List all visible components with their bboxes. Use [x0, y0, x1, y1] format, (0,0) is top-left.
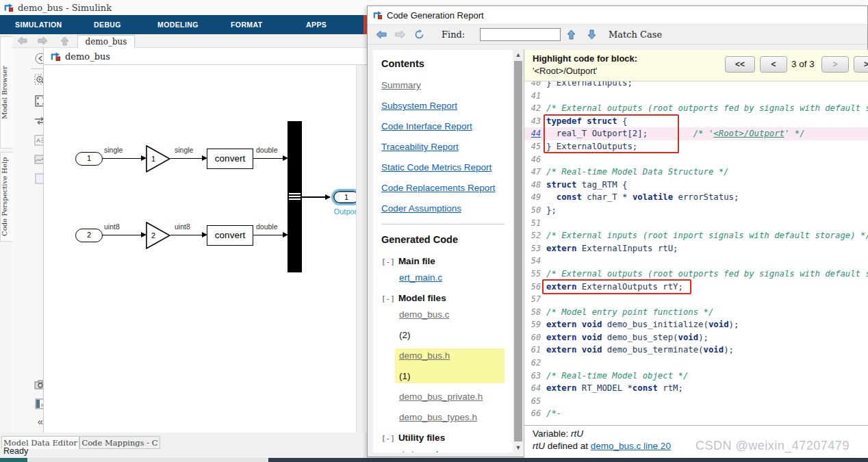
report-forward-icon[interactable]	[395, 30, 406, 39]
sidebar-tab-code-perspective-help[interactable]: Code Perspective Help	[0, 152, 12, 242]
convert-block-1[interactable]: convert	[207, 149, 253, 169]
code-line-56: 56extern ExternalOutputs rtY;	[524, 281, 868, 294]
signal-label: single	[104, 146, 123, 154]
file-row: rtwtypes.h	[399, 449, 513, 452]
breadcrumb-model-icon	[51, 51, 61, 62]
line-number-link[interactable]: 44	[524, 127, 541, 140]
file-link-rtwtypes-h[interactable]: rtwtypes.h	[399, 449, 513, 452]
group-toggle-icon[interactable]: [-]	[381, 294, 395, 303]
contents-link-code-interface-report[interactable]: Code Interface Report	[381, 121, 513, 131]
contents-scrollbar[interactable]: ▲ ▼	[513, 50, 524, 452]
toolstrip-tab-simulation[interactable]: SIMULATION	[15, 15, 62, 34]
file-link-demo_bus_types-h[interactable]: demo_bus_types.h	[399, 412, 513, 422]
traceability-link[interactable]: <Root>/Outport	[713, 129, 784, 138]
code-text: /* External outputs (root outports fed b…	[546, 268, 868, 281]
code-line-59: 59extern void demo_bus_initialize(void);	[524, 318, 868, 331]
inport-block-1[interactable]: 1	[75, 152, 103, 166]
breadcrumb-model-name[interactable]: demo_bus	[65, 51, 110, 62]
scroll-down-icon[interactable]: ▼	[513, 443, 524, 452]
nav-button-first[interactable]: <<	[725, 56, 755, 73]
nav-position-text: 3 of 3	[791, 59, 815, 69]
line-number: 63	[524, 370, 541, 383]
code-line-48: 48struct tag_RTM {	[524, 179, 868, 192]
highlight-header-block: '<Root>/Outport'	[533, 66, 598, 76]
group-toggle-icon[interactable]: [-]	[381, 434, 395, 443]
canvas-tool-column: A «	[12, 48, 44, 433]
find-previous-icon[interactable]	[567, 29, 576, 40]
report-titlebar[interactable]: Code Generation Report	[368, 6, 867, 25]
code-line-47: 47/* Real-time Model Data Structure */	[524, 166, 868, 179]
report-back-icon[interactable]	[376, 30, 387, 39]
group-label: Main file	[398, 256, 435, 266]
nav-button-prev[interactable]: <	[760, 56, 787, 73]
file-row: demo_bus.h (1)	[399, 348, 513, 383]
toolstrip-tab-apps[interactable]: APPS	[306, 15, 327, 34]
code-line-41: 41	[524, 90, 868, 103]
find-next-icon[interactable]	[587, 29, 596, 40]
wire	[103, 158, 142, 159]
code-area: 40} ExternalInputs;4142/* External outpu…	[524, 81, 868, 425]
line-number: 64	[524, 382, 541, 395]
definition-link[interactable]: demo_bus.c line 20	[591, 441, 671, 451]
contents-link-traceability-report[interactable]: Traceability Report	[381, 142, 513, 152]
model-canvas[interactable]: 1 single 1 single convert double 2 uint8…	[44, 65, 367, 433]
contents-link-subsystem-report[interactable]: Subsystem Report	[381, 101, 513, 111]
toolstrip-tab-format[interactable]: FORMAT	[231, 15, 263, 34]
find-input[interactable]	[480, 28, 561, 41]
file-link-demo_bus_private-h[interactable]: demo_bus_private.h	[399, 392, 513, 402]
gain-block-2[interactable]: 2	[146, 222, 170, 249]
toolstrip-tab-debug[interactable]: DEBUG	[94, 15, 121, 34]
nav-button-last[interactable]: >>	[854, 56, 868, 73]
nav-forward-icon[interactable]	[38, 36, 48, 45]
code-text: const char_T * volatile errorStatus;	[546, 191, 739, 204]
scroll-up-icon[interactable]: ▲	[513, 50, 524, 60]
line-number: 55	[524, 268, 541, 281]
variable-name: rtU	[571, 428, 583, 439]
contents-link-coder-assumptions[interactable]: Coder Assumptions	[381, 203, 513, 214]
line-number: 56	[524, 281, 541, 294]
code-line-49: 49 const char_T * volatile errorStatus;	[524, 191, 868, 204]
simulink-nav-row	[0, 34, 367, 48]
sidebar-tab-model-browser[interactable]: Model Browser	[0, 36, 12, 149]
code-line-61: 61extern void demo_bus_terminate(void);	[524, 344, 868, 357]
line-number: 52	[524, 229, 541, 242]
file-link-demo_bus-h[interactable]: demo_bus.h	[399, 350, 500, 361]
report-refresh-icon[interactable]	[414, 29, 424, 40]
contents-link-static-code-metrics-report[interactable]: Static Code Metrics Report	[381, 162, 513, 172]
inport-1-number: 1	[87, 154, 91, 162]
file-link-ert_main-c[interactable]: ert_main.c	[399, 272, 513, 283]
code-text: /* Model entry point functions */	[546, 306, 713, 319]
signal-label: double	[256, 146, 278, 154]
taskbar-strip-left	[0, 458, 27, 462]
code-text: } ExternalInputs;	[546, 81, 633, 90]
code-line-62: 62	[524, 357, 868, 370]
file-group-main-file: [-]Main file	[381, 256, 513, 266]
code-text: /* External outputs (root outports fed b…	[546, 102, 868, 115]
scrollbar-thumb[interactable]	[514, 61, 522, 441]
match-case-label[interactable]: Match Case	[609, 29, 662, 40]
convert-block-2[interactable]: convert	[207, 225, 253, 246]
gain-block-1[interactable]: 1	[146, 145, 170, 172]
nav-up-icon[interactable]	[60, 36, 69, 46]
status-tab-code-mappings[interactable]: Code Mappings - C	[79, 436, 160, 449]
code-text: extern ExternalOutputs rtY;	[546, 281, 683, 294]
inport-block-2[interactable]: 2	[75, 229, 103, 242]
highlight-header: Highlight code for block: '<Root>/Outpor…	[524, 50, 868, 81]
code-line-57: 57	[524, 293, 868, 306]
contents-link-summary[interactable]: Summary	[381, 80, 513, 90]
nav-back-icon[interactable]	[17, 36, 27, 45]
toolstrip-tab-modeling[interactable]: MODELING	[157, 15, 199, 34]
contents-link-code-replacements-report[interactable]: Code Replacements Report	[381, 183, 513, 193]
model-document-tab[interactable]: demo_bus	[77, 35, 135, 48]
line-number: 59	[524, 318, 541, 331]
nav-button-next[interactable]: >	[821, 56, 849, 73]
canvas-vertical-scrollbar[interactable]	[356, 65, 366, 433]
code-text: typedef struct {	[546, 115, 627, 128]
code-text: real_T Outport[2]; /* '<Root>/Outport' *…	[546, 127, 805, 140]
defined-at-text: defined at	[545, 441, 591, 451]
file-link-demo_bus-c[interactable]: demo_bus.c	[399, 309, 513, 320]
code-line-42: 42/* External outputs (root outports fed…	[524, 102, 868, 115]
code-text: } ExternalOutputs;	[546, 140, 637, 153]
group-label: Model files	[398, 293, 446, 303]
group-toggle-icon[interactable]: [-]	[381, 257, 395, 266]
